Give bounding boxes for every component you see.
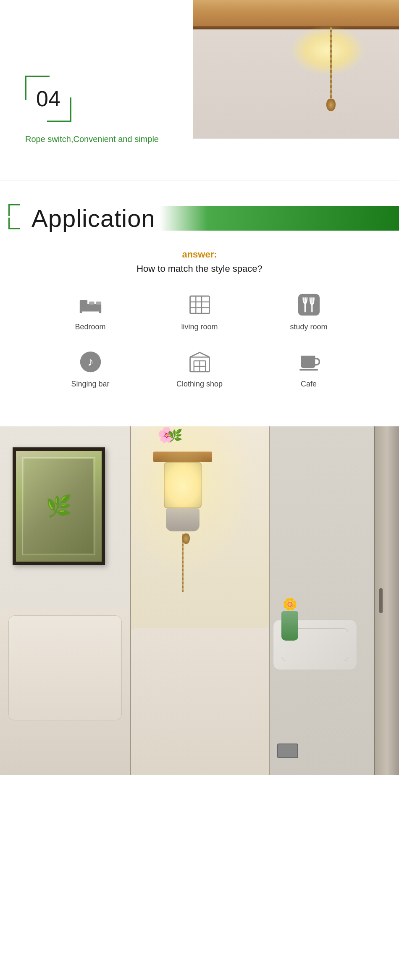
singing-bar-icon: ♪ <box>77 348 104 376</box>
bedroom-icon <box>77 291 104 318</box>
rope-switch-section: 04 Rope switch,Convenient and simple <box>0 0 399 176</box>
wall-socket <box>277 744 298 758</box>
wall-lamp-center: 🌸 🌿 <box>153 452 212 592</box>
section-divider <box>0 181 399 181</box>
cafe-icon <box>295 348 323 376</box>
question-text: How to match the style space? <box>0 263 399 274</box>
bed-headboard <box>0 607 130 775</box>
svg-rect-0 <box>79 304 101 311</box>
svg-rect-3 <box>96 302 101 305</box>
pull-chain-center <box>182 533 184 592</box>
application-icons-grid: Bedroom living room <box>0 291 399 405</box>
svg-rect-6 <box>190 296 209 313</box>
svg-rect-11 <box>298 294 319 315</box>
svg-rect-21 <box>299 369 318 370</box>
photo-right-panel: 🌼 <box>269 426 399 775</box>
svg-rect-4 <box>79 311 82 313</box>
application-section: Application answer: How to match the sty… <box>0 185 399 426</box>
photo-center-panel: 🌸 🌿 <box>130 426 269 775</box>
icon-living-room: living room <box>145 291 254 331</box>
svg-text:♪: ♪ <box>87 355 94 368</box>
application-header: Application <box>8 204 399 232</box>
application-title: Application <box>32 204 155 232</box>
living-room-icon <box>186 291 213 318</box>
wall-painting-frame: 🌿 <box>13 447 105 565</box>
study-room-icon <box>295 291 323 318</box>
cafe-label: Cafe <box>301 380 317 389</box>
application-gradient-bar <box>160 206 399 231</box>
step-number-badge: 04 <box>25 76 71 122</box>
photo-left-panel: 🌿 <box>0 426 130 775</box>
svg-rect-5 <box>99 311 101 313</box>
sliding-door <box>374 426 399 775</box>
bedroom-label: Bedroom <box>75 323 105 331</box>
svg-rect-1 <box>79 300 87 305</box>
pull-chain-visual <box>330 27 332 103</box>
wall-divider-right <box>269 426 270 775</box>
answer-label: answer: <box>0 249 399 260</box>
svg-rect-2 <box>89 302 94 305</box>
rope-switch-image <box>193 0 399 139</box>
rope-switch-caption: Rope switch,Convenient and simple <box>25 134 159 144</box>
corner-bracket-icon <box>8 204 29 229</box>
study-room-label: study room <box>290 323 327 331</box>
clothing-shop-label: Clothing shop <box>176 380 223 389</box>
bedside-flower: 🌼 <box>281 597 298 641</box>
wall-divider-left <box>130 426 131 775</box>
icon-bedroom: Bedroom <box>36 291 145 331</box>
icon-cafe: Cafe <box>254 348 363 389</box>
icon-clothing-shop: Clothing shop <box>145 348 254 389</box>
bedroom-photo: 🌿 🌸 🌿 <box>0 426 399 775</box>
clothing-shop-icon <box>186 348 213 376</box>
qa-section: answer: How to match the style space? <box>0 249 399 274</box>
living-room-label: living room <box>181 323 218 331</box>
icon-singing-bar: ♪ Singing bar <box>36 348 145 389</box>
singing-bar-label: Singing bar <box>71 380 109 389</box>
icon-study-room: study room <box>254 291 363 331</box>
